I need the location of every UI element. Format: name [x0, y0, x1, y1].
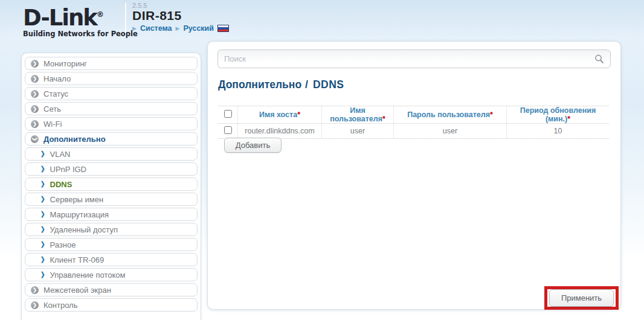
device-info: 2.5.5 DIR-815 ▶ Система ▶ Русский [132, 2, 229, 33]
sidebar-item-label: Разное [50, 240, 76, 249]
page-title-page: DDNS [313, 78, 344, 91]
chevron-right-icon: ❯ [40, 271, 45, 278]
sidebar-item-home[interactable]: ❯Начало [25, 72, 198, 85]
sidebar-menu: ❯Мониторинг ❯Начало ❯Статус ❯Сеть ❯Wi-Fi… [21, 53, 201, 320]
table-header-row: Имя хоста* Имя пользователя* Пароль поль… [218, 106, 609, 124]
table-header-select [218, 106, 238, 124]
select-all-checkbox[interactable] [224, 110, 232, 118]
search-icon[interactable] [594, 54, 605, 65]
chevron-right-icon: ❯ [40, 150, 45, 158]
sidebar-item-label: Межсетевой экран [43, 286, 111, 295]
sidebar-item-monitoring[interactable]: ❯Мониторинг [25, 57, 198, 70]
sidebar-item-control[interactable]: ❯Контроль [25, 298, 198, 312]
sidebar-item-dns-servers[interactable]: ❯Серверы имен [25, 193, 198, 206]
sidebar-item-routing[interactable]: ❯Маршрутизация [25, 208, 198, 221]
sidebar-item-label: DDNS [50, 180, 72, 189]
sidebar-item-label: UPnP IGD [50, 165, 86, 174]
brand-tagline: Building Networks for People [23, 30, 138, 38]
sidebar-item-flow-control[interactable]: ❯Управление потоком [25, 268, 198, 281]
chevron-circle-right-icon: ❯ [31, 60, 39, 68]
chevron-right-icon: ❯ [40, 196, 45, 203]
chevron-right-icon: ❯ [40, 181, 45, 188]
table-header-period: Период обновления (мин.)* [507, 106, 610, 124]
chevron-right-icon: ❯ [40, 256, 45, 263]
page-title-separator: / [305, 78, 308, 91]
content-panel: Дополнительно/DDNS Имя хоста* Имя пользо… [207, 41, 621, 310]
chevron-right-icon: ❯ [40, 226, 45, 233]
table-row[interactable]: router.dlinkddns.com user user 10 [218, 124, 609, 139]
page-title-section: Дополнительно [218, 78, 301, 91]
chevron-circle-right-icon: ❯ [31, 120, 39, 128]
sidebar-item-label: Сеть [43, 104, 61, 114]
chevron-right-icon: ❯ [40, 241, 45, 248]
sidebar-item-label: Клиент TR-069 [50, 255, 105, 264]
sidebar-item-label: Серверы имен [50, 195, 104, 204]
sidebar-item-upnp-igd[interactable]: ❯UPnP IGD [25, 162, 198, 176]
chevron-right-icon: ❯ [40, 211, 45, 218]
system-menu-link[interactable]: Система [140, 24, 172, 33]
sidebar-item-label: Мониторинг [43, 59, 87, 68]
page-title: Дополнительно/DDNS [218, 78, 344, 91]
sidebar-item-label: Маршрутизация [50, 210, 109, 219]
sidebar-item-label: Контроль [43, 301, 77, 310]
language-menu-link[interactable]: Русский [183, 24, 214, 33]
table-header-host: Имя хоста* [238, 106, 322, 124]
sidebar-item-firewall[interactable]: ❯Межсетевой экран [25, 283, 198, 296]
row-password-cell[interactable]: user [394, 124, 507, 139]
sidebar-item-label: Удаленный доступ [50, 225, 118, 234]
russia-flag-icon[interactable] [217, 25, 229, 32]
sidebar-item-network[interactable]: ❯Сеть [25, 102, 198, 115]
required-mark: * [567, 115, 570, 123]
chevron-circle-right-icon: ❯ [31, 75, 39, 83]
sidebar-item-vlan[interactable]: ❯VLAN [25, 147, 198, 161]
device-model: DIR-815 [132, 9, 229, 22]
sidebar-item-status[interactable]: ❯Статус [25, 87, 198, 100]
row-host-cell[interactable]: router.dlinkddns.com [238, 124, 322, 139]
ddns-table: Имя хоста* Имя пользователя* Пароль поль… [218, 106, 609, 139]
sidebar-item-label: Дополнительно [43, 135, 106, 144]
nav-arrow-icon: ▶ [176, 25, 180, 32]
chevron-circle-right-icon: ❯ [31, 105, 39, 113]
sidebar-item-tr069-client[interactable]: ❯Клиент TR-069 [25, 253, 198, 266]
sidebar-item-label: Управление потоком [50, 270, 126, 280]
sidebar-item-label: Wi-Fi [43, 120, 62, 129]
sidebar-item-remote-access[interactable]: ❯Удаленный доступ [25, 223, 198, 236]
sidebar-item-misc[interactable]: ❯Разное [25, 238, 198, 251]
chevron-circle-right-icon: ❯ [31, 301, 39, 309]
header-divider [125, 3, 126, 33]
add-button[interactable]: Добавить [224, 138, 282, 153]
table-header-password: Пароль пользователя* [394, 106, 507, 124]
required-mark: * [297, 110, 300, 119]
sidebar-item-label: Статус [43, 89, 68, 98]
sidebar-item-label: Начало [43, 74, 71, 83]
sidebar-item-ddns[interactable]: ❯DDNS [25, 178, 198, 191]
required-mark: * [382, 115, 385, 123]
search-box [217, 50, 611, 68]
chevron-right-icon: ❯ [40, 165, 45, 173]
sidebar-item-wifi[interactable]: ❯Wi-Fi [25, 117, 198, 130]
sidebar-item-label: VLAN [50, 150, 71, 159]
row-select-cell [218, 124, 238, 139]
dlink-logo[interactable]: D-Link® Building Networks for People [23, 4, 138, 38]
brand-wordmark: D-Link® [23, 4, 138, 29]
annotation-highlight-box: Применить [544, 286, 619, 310]
chevron-circle-right-icon: ❯ [31, 286, 39, 294]
row-checkbox[interactable] [224, 126, 232, 134]
row-period-cell[interactable]: 10 [507, 124, 610, 139]
registered-mark: ® [97, 10, 104, 19]
chevron-circle-right-icon: ❯ [31, 90, 39, 98]
chevron-circle-down-icon: ❯ [31, 135, 39, 143]
table-header-username: Имя пользователя* [322, 106, 394, 124]
search-input[interactable] [218, 50, 610, 68]
row-username-cell[interactable]: user [322, 124, 394, 139]
nav-arrow-icon: ▶ [132, 25, 137, 32]
required-mark: * [490, 110, 493, 119]
header-nav: ▶ Система ▶ Русский [132, 24, 229, 33]
sidebar-item-advanced[interactable]: ❯Дополнительно [25, 132, 198, 146]
apply-button[interactable]: Применить [549, 289, 614, 307]
